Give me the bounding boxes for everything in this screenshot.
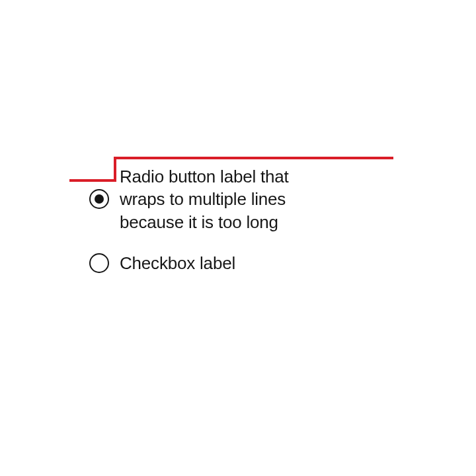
radio-label-2: Checkbox label: [120, 252, 235, 274]
radio-label-1: Radio button label that wraps to multipl…: [120, 165, 325, 233]
radio-button-unchecked-icon[interactable]: [89, 253, 109, 273]
radio-item-2[interactable]: Checkbox label: [89, 252, 393, 274]
radio-button-checked-icon[interactable]: [89, 189, 109, 209]
radio-group: Radio button label that wraps to multipl…: [89, 165, 393, 293]
radio-item-1[interactable]: Radio button label that wraps to multipl…: [89, 165, 393, 233]
